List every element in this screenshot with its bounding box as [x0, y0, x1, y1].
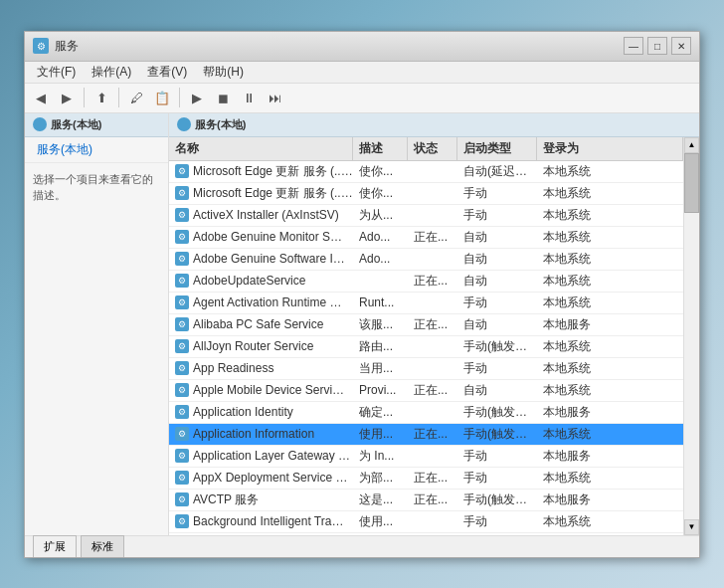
- table-header: 名称 描述 状态 启动类型 登录为: [169, 137, 683, 161]
- table-row[interactable]: Application Layer Gateway … 为 In... 手动 本…: [169, 446, 683, 468]
- cell-name: AllJoyn Router Service: [169, 337, 353, 355]
- pause-service-button[interactable]: ⏸: [237, 87, 261, 108]
- minimize-button[interactable]: —: [624, 37, 643, 55]
- table-row[interactable]: App Readiness 当用... 手动 本地系统: [169, 358, 683, 380]
- table-row[interactable]: Adobe Genuine Monitor S… Ado... 正在... 自动…: [169, 227, 683, 249]
- cell-status: 正在...: [408, 227, 457, 248]
- cell-login: 本地系统: [537, 380, 683, 401]
- service-icon: [175, 230, 189, 244]
- table-row[interactable]: Apple Mobile Device Servi… Provi... 正在..…: [169, 380, 683, 402]
- cell-startup: 手动: [457, 511, 537, 532]
- col-header-desc[interactable]: 描述: [353, 137, 408, 160]
- cell-status: [408, 344, 457, 348]
- table-row[interactable]: Adobe Genuine Software I… Ado... 自动 本地系统: [169, 249, 683, 271]
- cell-name: AppX Deployment Service …: [169, 469, 353, 487]
- cell-name: AVCTP 服务: [169, 490, 353, 510]
- cell-desc: 使你...: [353, 183, 408, 204]
- table-row[interactable]: Alibaba PC Safe Service 该服... 正在... 自动 本…: [169, 314, 683, 336]
- tab-expand[interactable]: 扩展: [33, 535, 77, 557]
- properties-button[interactable]: 📋: [150, 87, 174, 108]
- cell-desc: 使用...: [353, 511, 408, 532]
- table-row[interactable]: Background Intelligent Tra… 使用... 手动 本地系…: [169, 511, 683, 533]
- scroll-up-arrow[interactable]: ▲: [684, 137, 699, 153]
- cell-name: App Readiness: [169, 359, 353, 377]
- col-header-name[interactable]: 名称: [169, 137, 353, 160]
- toolbar: ◀ ▶ ⬆ 🖊 📋 ▶ ◼ ⏸ ⏭: [25, 84, 699, 113]
- restart-service-button[interactable]: ⏭: [263, 87, 286, 108]
- cell-login: 本地服务: [537, 402, 683, 423]
- service-icon: [175, 295, 189, 309]
- table-row[interactable]: Microsoft Edge 更新 服务 (..… 使你... 手动 本地系统: [169, 183, 683, 205]
- close-button[interactable]: ✕: [671, 37, 691, 55]
- stop-service-button[interactable]: ◼: [211, 87, 235, 108]
- local-services-nav[interactable]: 服务(本地): [25, 137, 168, 163]
- cell-desc: 当用...: [353, 358, 408, 379]
- cell-status: [408, 300, 457, 304]
- table-row[interactable]: AllJoyn Router Service 路由... 手动(触发… 本地系统: [169, 336, 683, 358]
- cell-login: 本地系统: [537, 293, 683, 313]
- title-bar: ⚙ 服务 — □ ✕: [25, 32, 699, 62]
- left-panel-icon: [33, 117, 47, 131]
- cell-login: 本地系统: [537, 424, 683, 445]
- app-icon: ⚙: [33, 38, 49, 54]
- show-hide-button[interactable]: 🖊: [124, 87, 148, 108]
- cell-status: [408, 366, 457, 370]
- table-body: Microsoft Edge 更新 服务 (..… 使你... 自动(延迟… 本…: [169, 161, 683, 535]
- table-row[interactable]: Application Identity 确定... 手动(触发… 本地服务: [169, 402, 683, 424]
- service-icon: [175, 208, 189, 222]
- cell-desc: 为从...: [353, 205, 408, 226]
- forward-button[interactable]: ▶: [55, 87, 79, 108]
- cell-name: Background Intelligent Tra…: [169, 512, 353, 530]
- up-button[interactable]: ⬆: [90, 87, 113, 108]
- tab-standard[interactable]: 标准: [81, 535, 124, 557]
- main-content: 服务(本地) 服务(本地) 选择一个项目来查看它的描述。 服务(本地) 名称 描…: [25, 113, 699, 535]
- col-header-login[interactable]: 登录为: [537, 137, 683, 160]
- cell-name: Apple Mobile Device Servi…: [169, 381, 353, 399]
- menu-file[interactable]: 文件(F): [29, 62, 84, 83]
- scroll-down-arrow[interactable]: ▼: [684, 519, 699, 535]
- table-row[interactable]: Application Information 使用... 正在... 手动(触…: [169, 424, 683, 446]
- scrollbar-vertical[interactable]: ▲ ▼: [683, 137, 699, 535]
- back-button[interactable]: ◀: [29, 87, 53, 108]
- table-row[interactable]: Microsoft Edge 更新 服务 (..… 使你... 自动(延迟… 本…: [169, 161, 683, 183]
- scroll-thumb[interactable]: [684, 153, 699, 213]
- left-panel-header: 服务(本地): [25, 113, 168, 137]
- maximize-button[interactable]: □: [647, 37, 667, 55]
- cell-startup: 手动: [457, 358, 537, 379]
- service-icon: [175, 339, 189, 353]
- start-service-button[interactable]: ▶: [185, 87, 209, 108]
- cell-name: Agent Activation Runtime …: [169, 294, 353, 311]
- right-panel-icon: [177, 117, 191, 131]
- cell-status: [408, 519, 457, 523]
- table-row[interactable]: AdobeUpdateService 正在... 自动 本地系统: [169, 271, 683, 293]
- cell-login: 本地服务: [537, 490, 683, 510]
- cell-login: 本地系统: [537, 249, 683, 270]
- cell-name: Adobe Genuine Software I…: [169, 250, 353, 268]
- table-row[interactable]: Agent Activation Runtime … Runt... 手动 本地…: [169, 293, 683, 314]
- cell-startup: 自动: [457, 314, 537, 335]
- scroll-track[interactable]: [684, 153, 699, 519]
- cell-login: 本地系统: [537, 183, 683, 204]
- services-table[interactable]: 名称 描述 状态 启动类型 登录为 Microsoft Edge 更新 服务 (…: [169, 137, 683, 535]
- cell-desc: 路由...: [353, 336, 408, 357]
- cell-login: 本地系统: [537, 468, 683, 489]
- menu-help[interactable]: 帮助(H): [195, 62, 252, 83]
- menu-action[interactable]: 操作(A): [84, 62, 139, 83]
- col-header-startup[interactable]: 启动类型: [457, 137, 537, 160]
- cell-name: Alibaba PC Safe Service: [169, 315, 353, 333]
- cell-login: 本地系统: [537, 358, 683, 379]
- table-row[interactable]: AppX Deployment Service … 为部... 正在... 手动…: [169, 468, 683, 490]
- table-row[interactable]: ActiveX Installer (AxInstSV) 为从... 手动 本地…: [169, 205, 683, 227]
- col-header-status[interactable]: 状态: [408, 137, 457, 160]
- cell-login: 本地系统: [537, 161, 683, 182]
- cell-login: 本地系统: [537, 511, 683, 532]
- right-panel: 服务(本地) 名称 描述 状态 启动类型 登录为 Micr: [169, 113, 699, 535]
- cell-startup: 手动: [457, 446, 537, 467]
- menu-bar: 文件(F) 操作(A) 查看(V) 帮助(H): [25, 62, 699, 84]
- toolbar-separator-2: [118, 88, 119, 107]
- cell-login: 本地系统: [537, 271, 683, 292]
- cell-status: [408, 191, 457, 195]
- menu-view[interactable]: 查看(V): [139, 62, 195, 83]
- table-row[interactable]: AVCTP 服务 这是... 正在... 手动(触发… 本地服务: [169, 490, 683, 511]
- cell-startup: 手动: [457, 293, 537, 313]
